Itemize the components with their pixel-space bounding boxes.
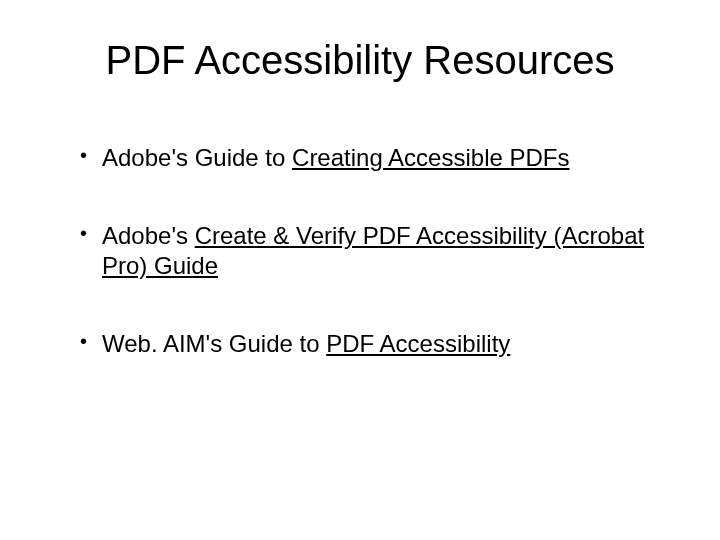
list-item: Web. AIM's Guide to PDF Accessibility bbox=[80, 329, 670, 359]
list-item: Adobe's Create & Verify PDF Accessibilit… bbox=[80, 221, 670, 281]
item-prefix: Adobe's Guide to bbox=[102, 144, 292, 171]
item-prefix: Adobe's bbox=[102, 222, 195, 249]
item-prefix: Web. AIM's Guide to bbox=[102, 330, 326, 357]
resource-link[interactable]: Creating Accessible PDFs bbox=[292, 144, 569, 171]
slide: PDF Accessibility Resources Adobe's Guid… bbox=[0, 0, 720, 540]
slide-content: Adobe's Guide to Creating Accessible PDF… bbox=[50, 143, 670, 359]
slide-title: PDF Accessibility Resources bbox=[50, 38, 670, 83]
bullet-list: Adobe's Guide to Creating Accessible PDF… bbox=[80, 143, 670, 359]
list-item: Adobe's Guide to Creating Accessible PDF… bbox=[80, 143, 670, 173]
resource-link[interactable]: PDF Accessibility bbox=[326, 330, 510, 357]
